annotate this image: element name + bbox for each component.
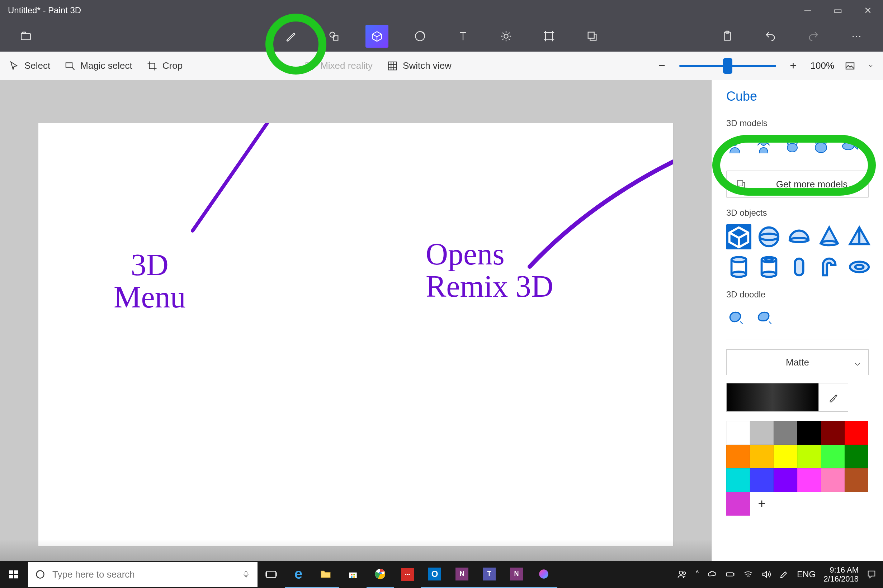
color-swatch[interactable] [821,468,845,492]
brushes-tool[interactable] [280,25,302,48]
zoom-out-button[interactable]: − [655,59,669,73]
battery-icon[interactable] [725,569,735,579]
object-pyramid[interactable] [847,224,872,249]
object-cone[interactable] [817,224,842,249]
start-button[interactable] [0,561,27,588]
material-select[interactable]: Matte ⌵ [726,350,869,375]
object-cube[interactable] [726,224,751,249]
color-swatch[interactable] [774,468,797,492]
svg-point-20 [760,234,779,240]
object-cylinder[interactable] [726,254,751,279]
model-cat-icon[interactable] [812,138,830,155]
onenote-app[interactable]: N [448,561,475,588]
3d-library-tool[interactable] [581,25,603,48]
2d-shapes-tool[interactable] [322,25,345,48]
undo-button[interactable] [759,25,782,48]
search-box[interactable] [28,562,257,587]
doodle-soft-icon[interactable] [726,306,745,325]
canvas[interactable]: 3D Menu Opens Remix 3D [38,123,673,546]
language-indicator[interactable]: ENG [797,569,815,579]
object-torus[interactable] [847,254,872,279]
svg-rect-38 [265,572,266,576]
effects-tool[interactable] [495,25,517,48]
mixed-reality-tool[interactable]: Mixed reality [304,60,373,71]
current-color-swatch[interactable] [726,383,819,412]
switch-view-tool[interactable]: Switch view [387,60,451,71]
pen-icon[interactable] [779,569,789,579]
text-tool[interactable] [451,25,474,48]
doodle-sharp-icon[interactable] [755,306,774,325]
color-swatch[interactable] [774,445,797,468]
object-tube[interactable] [757,254,782,279]
teams-app[interactable]: T [475,561,503,588]
color-swatch[interactable] [750,421,774,445]
brush-icon [285,30,297,42]
color-swatch[interactable] [726,445,750,468]
get-more-models-button[interactable]: Get more models [726,171,869,198]
svg-point-16 [815,142,827,153]
color-swatch[interactable] [750,468,774,492]
color-swatch[interactable] [797,421,821,445]
object-curved-cylinder[interactable] [817,254,842,279]
svg-rect-32 [14,570,18,574]
onenote2-app[interactable]: N [503,561,530,588]
color-swatch[interactable] [797,468,821,492]
zoom-dropdown[interactable] [867,62,874,69]
menu-button[interactable] [14,25,37,48]
color-swatch[interactable] [726,421,750,445]
color-swatch[interactable] [845,421,868,445]
custom-color-swatch[interactable] [726,492,750,516]
people-icon[interactable] [677,569,687,579]
model-woman-icon[interactable] [755,138,772,155]
paste-button[interactable] [716,25,739,48]
color-swatch[interactable] [774,421,797,445]
clock[interactable]: 9:16 AM 2/16/2018 [823,566,859,584]
zoom-in-button[interactable]: + [786,59,800,73]
3d-shapes-tool[interactable] [366,25,388,48]
color-swatch[interactable] [821,421,845,445]
maximize-button[interactable]: ▭ [823,0,853,21]
magic-select-tool[interactable]: Magic select [65,60,132,71]
volume-icon[interactable] [761,569,771,579]
color-swatch[interactable] [821,445,845,468]
redo-button[interactable] [802,25,825,48]
tray-expand-icon[interactable]: ˄ [695,569,699,579]
model-fish-icon[interactable] [841,138,858,155]
onedrive-icon[interactable] [707,569,717,579]
object-sphere[interactable] [757,224,782,249]
object-capsule[interactable] [787,254,812,279]
chrome-app[interactable] [367,561,394,588]
task-view-button[interactable] [257,561,285,588]
model-man-icon[interactable] [726,138,743,155]
add-color-button[interactable]: + [750,492,774,516]
color-swatch[interactable] [797,445,821,468]
canvas-area[interactable]: 3D Menu Opens Remix 3D [0,80,712,561]
color-swatch[interactable] [750,445,774,468]
lastpass-app[interactable]: ••• [394,561,421,588]
minimize-button[interactable]: ─ [793,0,823,21]
paint3d-app[interactable] [530,561,557,588]
action-center-icon[interactable] [866,569,877,579]
canvas-tool[interactable] [538,25,561,48]
close-button[interactable]: ✕ [853,0,883,21]
stickers-tool[interactable] [409,25,432,48]
store-app[interactable] [339,561,367,588]
wifi-icon[interactable] [743,569,753,579]
select-tool[interactable]: Select [9,60,50,71]
color-swatch[interactable] [726,468,750,492]
color-swatch[interactable] [845,468,868,492]
edge-app[interactable]: e [285,561,312,588]
mic-icon[interactable] [242,570,250,579]
outlook-app[interactable]: O [421,561,448,588]
file-explorer-app[interactable] [312,561,339,588]
search-input[interactable] [53,569,235,580]
eyedropper-button[interactable] [819,383,848,412]
more-button[interactable]: ⋯ [845,25,868,48]
zoom-slider[interactable] [679,65,776,67]
fit-to-screen-button[interactable] [844,60,856,72]
svg-point-24 [732,272,746,277]
model-dog-icon[interactable] [784,138,801,155]
color-swatch[interactable] [845,445,868,468]
crop-tool[interactable]: Crop [147,60,182,71]
object-hemisphere[interactable] [787,224,812,249]
